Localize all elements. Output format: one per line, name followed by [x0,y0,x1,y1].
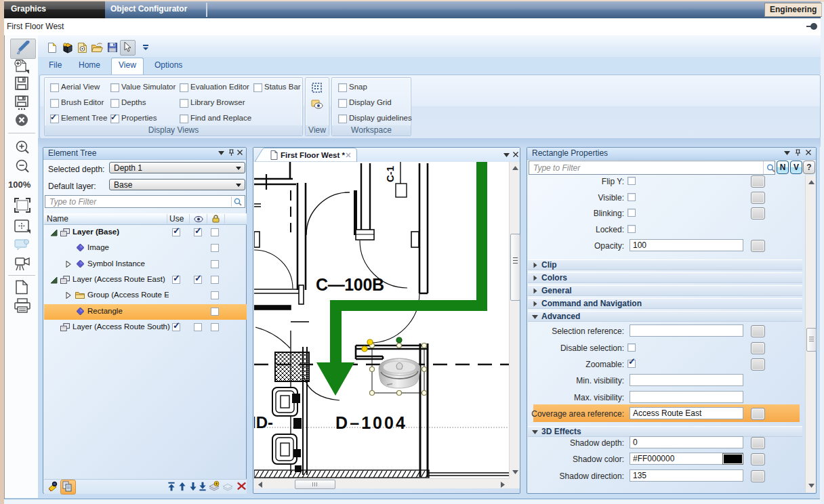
svg-text:C-1: C-1 [384,166,396,182]
svg-text:ID-: ID- [254,413,273,432]
svg-text:D–1004: D–1004 [335,413,405,432]
svg-text:C—100B: C—100B [316,275,384,294]
